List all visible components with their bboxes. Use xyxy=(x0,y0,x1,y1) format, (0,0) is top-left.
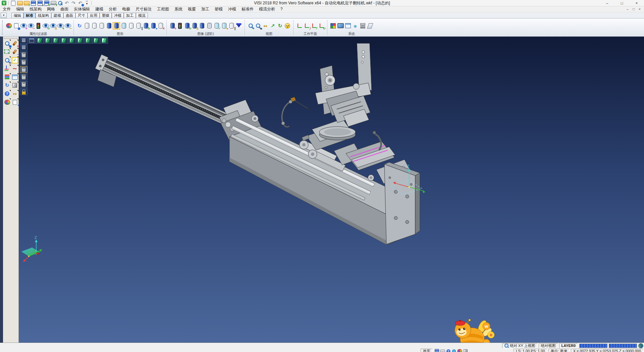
system-snap-icon[interactable] xyxy=(352,23,359,29)
mdi-restore-button[interactable]: □ xyxy=(631,7,637,11)
view-front-icon[interactable] xyxy=(52,37,60,44)
buffer-1-icon[interactable] xyxy=(20,51,28,58)
menu-item[interactable]: 加工 xyxy=(199,6,212,12)
save-as-icon[interactable]: ▸ xyxy=(37,0,43,6)
view-iso-3-icon[interactable] xyxy=(100,37,108,44)
panel-list-icon[interactable] xyxy=(20,37,28,44)
selection-zoom-icon[interactable]: ● xyxy=(3,40,11,47)
open-file-icon[interactable] xyxy=(17,0,23,6)
menu-item[interactable]: 视窗 xyxy=(185,6,199,12)
system-profile-icon[interactable] xyxy=(367,23,373,29)
zoom-extents-icon[interactable]: ▪ xyxy=(255,23,261,29)
tab[interactable]: 冲模 xyxy=(112,13,124,18)
menu-item[interactable]: 标准件 xyxy=(239,6,256,12)
attribute-books-icon[interactable] xyxy=(3,73,11,81)
tab[interactable]: 模流 xyxy=(136,13,148,18)
clip-section-icon[interactable]: ∥ xyxy=(135,23,142,29)
tab[interactable]: 塑膜 xyxy=(100,13,112,18)
mascot-pet[interactable]: w o w xyxy=(451,319,498,343)
refresh-display-icon[interactable]: ↻ xyxy=(42,23,49,29)
undo-icon[interactable] xyxy=(64,0,70,6)
close-button[interactable]: × xyxy=(629,0,644,6)
measure-distance-icon[interactable] xyxy=(11,90,18,97)
status-info-icon[interactable] xyxy=(452,349,457,352)
render-settings-icon[interactable]: × xyxy=(157,23,164,29)
delete-sketch-icon[interactable]: × xyxy=(11,40,18,47)
view-iso-2-icon[interactable] xyxy=(92,37,100,44)
image-tag-icon[interactable]: ▸ xyxy=(221,23,227,29)
spline-edit-icon[interactable] xyxy=(11,65,18,72)
tab[interactable]: 建模 xyxy=(51,13,63,18)
system-window-icon[interactable] xyxy=(344,23,351,29)
insert-file-icon[interactable]: + xyxy=(23,0,30,6)
view-refresh-icon[interactable] xyxy=(3,82,11,89)
tab-active[interactable]: 标准 xyxy=(23,13,36,18)
render-quality-icon[interactable] xyxy=(235,23,242,29)
ghost-view-icon[interactable] xyxy=(128,23,135,29)
maximize-button[interactable]: □ xyxy=(614,0,629,6)
menu-item[interactable]: 文件 xyxy=(0,6,13,12)
workplane-create-icon[interactable] xyxy=(296,23,303,29)
image-add-icon[interactable]: + xyxy=(169,23,176,29)
menu-item[interactable]: 工程图 xyxy=(154,6,172,12)
confirm-action-icon[interactable] xyxy=(11,56,18,64)
viewport-canvas[interactable]: Z Z xyxy=(19,37,644,343)
show-entities-icon[interactable]: + xyxy=(20,23,27,29)
panel-window-icon[interactable] xyxy=(28,37,36,44)
filter-traffic-icon[interactable] xyxy=(35,23,42,29)
menu-item[interactable]: 系统 xyxy=(172,6,185,12)
pan-view-icon[interactable] xyxy=(269,23,276,29)
zoom-window-icon[interactable] xyxy=(262,23,269,29)
menu-item[interactable]: 编辑 xyxy=(13,6,27,12)
view-top-icon[interactable] xyxy=(44,37,52,44)
shaded-edges-icon[interactable] xyxy=(113,23,120,29)
view-axonometric-icon[interactable] xyxy=(36,37,44,44)
new-document-icon[interactable] xyxy=(10,0,16,6)
buffer-3-icon[interactable] xyxy=(20,66,28,73)
view-iso-1-icon[interactable] xyxy=(84,37,92,44)
mdi-close-button[interactable]: × xyxy=(637,7,643,11)
menu-item[interactable]: 塑模 xyxy=(212,6,225,12)
status-save-icon[interactable] xyxy=(435,349,439,352)
print-preview-icon[interactable] xyxy=(57,0,63,6)
status-palette-icon[interactable] xyxy=(458,349,462,352)
image-shaded-icon[interactable] xyxy=(199,23,205,29)
copy-entities-icon[interactable]: ▸ xyxy=(11,98,18,106)
visi-logo-icon[interactable] xyxy=(1,0,7,6)
menu-item[interactable]: 曲面 xyxy=(58,6,71,12)
workplane-align-icon[interactable]: ✓ xyxy=(311,23,317,29)
grid-plane-icon[interactable] xyxy=(11,73,18,81)
image-traffic-icon[interactable] xyxy=(176,23,183,29)
menu-item[interactable]: 建模 xyxy=(93,6,106,12)
view-left-icon[interactable] xyxy=(68,37,76,44)
image-refresh-icon[interactable]: ↻ xyxy=(184,23,191,29)
mdi-minimize-button[interactable]: – xyxy=(625,7,631,11)
lock-indicator[interactable]: 拴牢 xyxy=(421,349,433,352)
view-back-icon[interactable] xyxy=(60,37,68,44)
buffer-5-icon[interactable] xyxy=(20,81,28,88)
status-help-icon[interactable] xyxy=(446,349,451,352)
workplane-rotate-icon[interactable]: ↻ xyxy=(318,23,325,29)
menu-item[interactable]: 冲模 xyxy=(225,6,239,12)
tab[interactable]: 应用 xyxy=(88,13,100,18)
zoom-solids-icon[interactable]: ± xyxy=(3,56,11,64)
plane-select-icon[interactable] xyxy=(3,48,11,55)
buffer-2-icon[interactable] xyxy=(20,59,28,65)
layer-indicator[interactable]: LAYER0 xyxy=(559,343,578,348)
layer-palette-icon[interactable] xyxy=(3,98,11,106)
menu-item[interactable]: 电极 xyxy=(119,6,133,12)
attributes-page-icon[interactable]: ● xyxy=(13,23,19,29)
status-print-icon[interactable] xyxy=(440,349,445,352)
menu-item[interactable]: 模流分析 xyxy=(256,6,278,12)
render-refresh-icon[interactable]: ↻ xyxy=(143,23,149,29)
wireframe-icon[interactable] xyxy=(84,23,90,29)
shaded-icon[interactable] xyxy=(106,23,112,29)
undo-history-icon[interactable]: ● xyxy=(77,0,83,6)
hidden-dashed-icon[interactable] xyxy=(98,23,105,29)
menu-item[interactable]: ? xyxy=(278,6,285,12)
toggle-display-icon[interactable]: ± xyxy=(50,23,56,29)
workplane-edit-icon[interactable]: ∕ xyxy=(303,23,310,29)
buffer-lock-icon[interactable] xyxy=(20,88,28,95)
menu-item[interactable]: 线架构 xyxy=(27,6,44,12)
render-copy-icon[interactable]: ▸ xyxy=(150,23,157,29)
